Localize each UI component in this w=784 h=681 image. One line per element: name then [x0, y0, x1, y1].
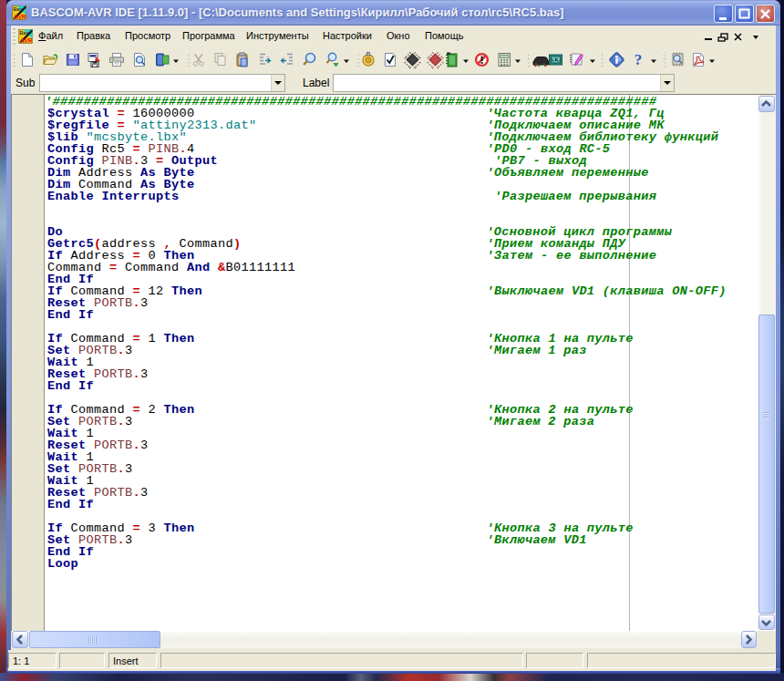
svg-text:Bas: Bas [19, 30, 29, 36]
svg-text:AVR: AVR [20, 37, 33, 44]
svg-text:Bas: Bas [13, 6, 23, 12]
svg-text:AVR: AVR [14, 14, 26, 20]
svg-text:?: ? [634, 51, 643, 68]
